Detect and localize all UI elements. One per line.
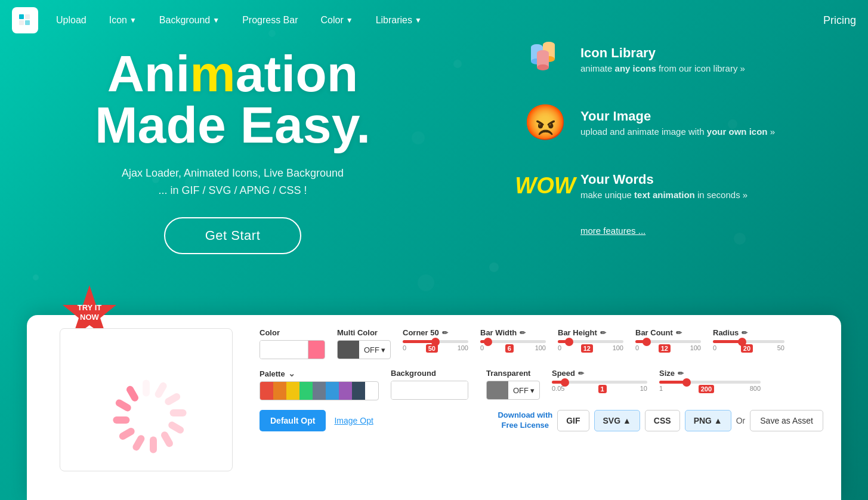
- svg-point-12: [537, 64, 549, 70]
- nav-icon[interactable]: Icon▼: [101, 10, 145, 30]
- spinner-dot: [153, 381, 168, 399]
- bar-count-slider[interactable]: [635, 340, 701, 343]
- your-image-icon: 😡: [522, 99, 569, 146]
- color-input-wrap[interactable]: #fe718d: [260, 340, 325, 359]
- corner-slider[interactable]: [403, 340, 468, 343]
- multi-color-toggle[interactable]: OFF▾: [359, 345, 390, 354]
- color-swatch[interactable]: [308, 340, 325, 359]
- speed-group: Speed ✏ 0.05 1 10: [552, 369, 647, 393]
- spinner-dot: [167, 420, 185, 434]
- svg-button[interactable]: SVG ▲: [594, 410, 640, 431]
- transparent-wrap[interactable]: OFF▾: [486, 381, 540, 400]
- speed-edit-icon[interactable]: ✏: [578, 369, 584, 378]
- speed-range-wrap: 0.05 1 10: [552, 381, 647, 393]
- color-group: Color #fe718d: [260, 328, 325, 359]
- radius-edit-icon[interactable]: ✏: [742, 329, 747, 337]
- size-slider[interactable]: [659, 381, 761, 384]
- radius-range-wrap: 0 20 50: [713, 340, 784, 353]
- hero-section: Animation Made Easy. Ajax Loader, Animat…: [0, 36, 465, 254]
- your-words-icon: WOW: [522, 162, 569, 209]
- bar-count-group: Bar Count ✏ 0 12 100: [635, 328, 701, 353]
- bar-height-range-wrap: 0 12 100: [558, 340, 623, 353]
- multi-color-wrap[interactable]: OFF▾: [337, 340, 391, 359]
- png-button[interactable]: PNG ▲: [685, 410, 731, 431]
- palette-chevron-icon[interactable]: ⌄: [288, 369, 295, 378]
- multi-color-swatch: [338, 340, 359, 359]
- size-group: Size ✏ 1 200 800: [659, 369, 761, 393]
- spinner-dot: [131, 434, 146, 452]
- spinner-dot: [118, 427, 136, 441]
- color-input[interactable]: #fe718d: [260, 341, 308, 359]
- save-asset-button[interactable]: Save as Asset: [750, 410, 823, 431]
- panel-actions: Default Opt Image Opt Download with Free…: [260, 410, 823, 431]
- palette-color-swatch[interactable]: [286, 382, 299, 400]
- spinner-dot: [170, 409, 187, 416]
- icon-library-icon: [522, 36, 569, 82]
- nav-background[interactable]: Background▼: [151, 10, 228, 30]
- nav-progress-bar[interactable]: Progress Bar: [234, 10, 306, 30]
- svg-rect-1: [25, 14, 30, 19]
- nav-upload[interactable]: Upload: [48, 10, 95, 30]
- css-button[interactable]: CSS: [645, 410, 680, 431]
- background-input-wrap[interactable]: #ffffff: [391, 381, 468, 400]
- size-edit-icon[interactable]: ✏: [678, 369, 684, 378]
- feature-your-words: WOW Your Words make unique text animatio…: [522, 162, 844, 209]
- controls-section: Color #fe718d Multi Color OFF▾: [260, 328, 823, 400]
- download-section: Download with Free License GIF SVG ▲ CSS…: [498, 410, 823, 431]
- hero-title: Animation Made Easy.: [0, 48, 465, 150]
- palette-color-swatch[interactable]: [313, 382, 326, 400]
- palette-label: Palette ⌄: [260, 369, 379, 378]
- background-input[interactable]: #ffffff: [391, 381, 468, 399]
- corner-group: Corner 50 ✏ 0 50 100: [403, 328, 468, 353]
- palette-color-swatch[interactable]: [352, 382, 365, 400]
- bar-width-edit-icon[interactable]: ✏: [520, 329, 526, 337]
- image-opt-button[interactable]: Image Opt: [334, 416, 373, 425]
- radius-slider[interactable]: [713, 340, 784, 343]
- nav-logo-icon[interactable]: [12, 7, 38, 33]
- nav-color[interactable]: Color▼: [313, 10, 362, 30]
- get-start-button[interactable]: Get Start: [164, 217, 301, 254]
- palette-color-swatch[interactable]: [260, 382, 273, 400]
- bar-height-slider[interactable]: [558, 340, 623, 343]
- gif-button[interactable]: GIF: [557, 410, 589, 431]
- bar-width-group: Bar Width ✏ 0 6 100: [480, 328, 546, 353]
- palette-color-swatch[interactable]: [273, 382, 286, 400]
- spinner-dot: [115, 398, 132, 412]
- palette-colors[interactable]: [260, 381, 379, 400]
- download-label: Download with Free License: [498, 411, 552, 431]
- palette-color-swatch[interactable]: [339, 382, 352, 400]
- palette-group: Palette ⌄: [260, 369, 379, 400]
- transparent-label: Transparent: [486, 369, 540, 378]
- hero-subtitle: Ajax Loader, Animated Icons, Live Backgr…: [0, 165, 465, 199]
- spinner-dot: [163, 392, 181, 406]
- corner-range-wrap: 0 50 100: [403, 340, 468, 353]
- feature-icon-library: Icon Library animate any icons from our …: [522, 36, 844, 82]
- palette-color-swatch[interactable]: [326, 382, 339, 400]
- spinner-dot: [125, 385, 140, 403]
- multi-color-group: Multi Color OFF▾: [337, 328, 391, 359]
- controls-row-1: Color #fe718d Multi Color OFF▾: [260, 328, 823, 359]
- features-section: Icon Library animate any icons from our …: [510, 24, 868, 248]
- or-text: Or: [736, 416, 746, 425]
- palette-color-swatch[interactable]: [299, 382, 313, 400]
- bar-count-edit-icon[interactable]: ✏: [676, 329, 682, 337]
- bar-height-label: Bar Height ✏: [558, 328, 623, 337]
- svg-rect-0: [19, 14, 24, 19]
- more-features-link[interactable]: more features ...: [580, 226, 645, 236]
- feature-your-image: 😡 Your Image upload and animate image wi…: [522, 99, 844, 146]
- nav-libraries[interactable]: Libraries▼: [367, 10, 430, 30]
- corner-edit-icon[interactable]: ✏: [442, 329, 448, 337]
- transparent-group: Transparent OFF▾: [486, 369, 540, 400]
- bar-height-group: Bar Height ✏ 0 12 100: [558, 328, 623, 353]
- bar-width-slider[interactable]: [480, 340, 546, 343]
- speed-slider[interactable]: [552, 381, 647, 384]
- speed-label: Speed ✏: [552, 369, 647, 378]
- svg-rect-2: [19, 20, 24, 25]
- feature-icon-library-text: Icon Library animate any icons from our …: [580, 45, 745, 73]
- transparent-toggle[interactable]: OFF▾: [508, 386, 539, 395]
- bar-height-edit-icon[interactable]: ✏: [600, 329, 606, 337]
- default-opt-button[interactable]: Default Opt: [260, 410, 326, 431]
- preview-area: [60, 328, 233, 471]
- corner-label: Corner 50 ✏: [403, 328, 468, 337]
- controls-row-2: Palette ⌄ Background #ffffff: [260, 369, 823, 400]
